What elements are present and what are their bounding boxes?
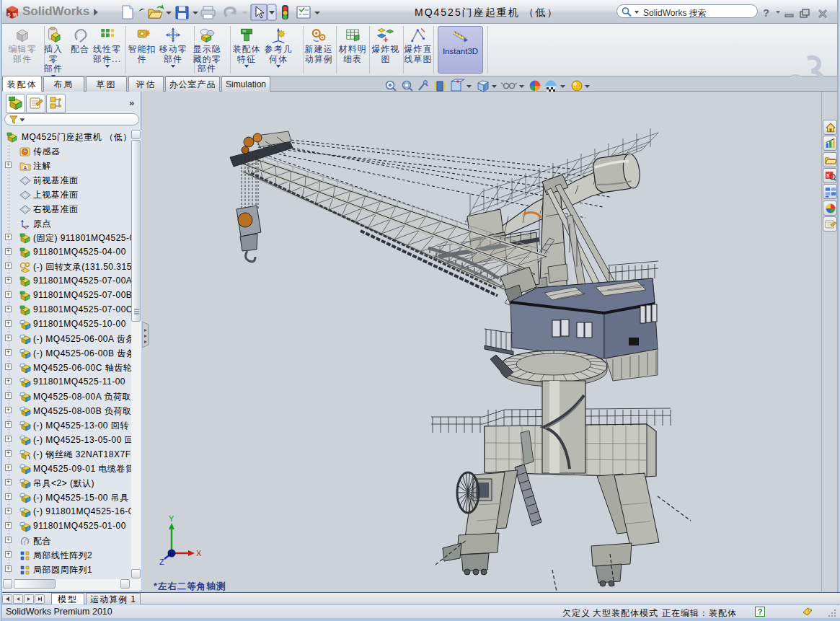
svg-text:Y: Y xyxy=(169,514,174,523)
svg-text:S: S xyxy=(826,173,829,178)
svg-text:S: S xyxy=(7,12,11,17)
svg-text:Z: Z xyxy=(159,558,164,566)
svg-text:X: X xyxy=(196,549,202,558)
svg-text:A: A xyxy=(24,165,27,170)
svg-text:W: W xyxy=(13,12,18,17)
